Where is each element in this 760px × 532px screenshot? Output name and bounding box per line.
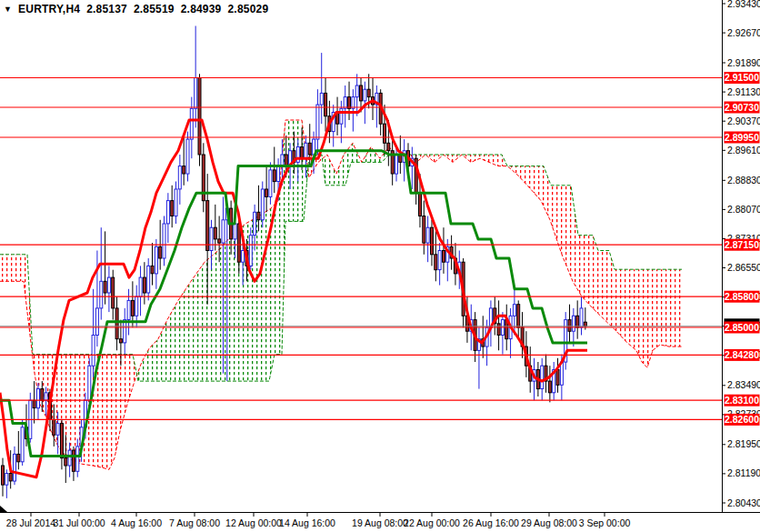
level-label: 2.84280 [725, 349, 759, 360]
level-label: 2.91500 [725, 72, 759, 83]
time-tick-label: 7 Aug 08:00 [169, 517, 220, 528]
quote-header: ▼ EURTRY,H4 2.85137 2.85519 2.84939 2.85… [4, 3, 268, 15]
price-tick-label: 2.92670 [727, 27, 760, 38]
level-label: 2.82600 [725, 414, 759, 425]
time-tick-label: 12 Aug 00:00 [225, 517, 282, 528]
price-tick-label: 2.93430 [727, 0, 760, 9]
quote-low: 2.84939 [181, 3, 222, 15]
price-tick-label: 2.80430 [727, 497, 760, 508]
price-chart: 2.934302.926702.918902.911302.903702.896… [0, 0, 760, 532]
time-tick-label: 14 Aug 16:00 [279, 517, 335, 528]
time-tick-label: 26 Aug 16:00 [463, 517, 519, 528]
time-tick-label: 28 Jul 2014 [6, 517, 55, 528]
level-label: 2.83100 [725, 395, 759, 406]
time-tick-label: 4 Aug 16:00 [111, 517, 162, 528]
price-tick-label: 2.88830 [727, 175, 760, 186]
price-tick-label: 2.90370 [727, 115, 760, 126]
price-tick-label: 2.86550 [727, 262, 760, 273]
quote-close: 2.85029 [228, 3, 269, 15]
level-label: 2.90730 [725, 102, 759, 113]
level-label: 2.89950 [725, 132, 759, 143]
time-tick-label: 31 Jul 00:00 [53, 517, 105, 528]
price-tick-label: 2.91890 [727, 57, 760, 68]
time-tick-label: 3 Sep 00:00 [579, 517, 631, 528]
symbol-dropdown-icon[interactable]: ▼ [4, 5, 12, 14]
chart-plot-area[interactable] [0, 0, 722, 512]
quote-high: 2.85519 [134, 3, 175, 15]
time-tick-label: 29 Aug 08:00 [521, 517, 577, 528]
level-label: 2.87150 [725, 239, 759, 250]
price-tick-label: 2.89610 [727, 145, 760, 156]
time-tick-label: 22 Aug 00:00 [404, 517, 460, 528]
chart-window: ▼ EURTRY,H4 2.85137 2.85519 2.84939 2.85… [0, 0, 760, 532]
price-tick-label: 2.91130 [727, 86, 760, 97]
symbol-timeframe-label: EURTRY,H4 [18, 3, 80, 15]
level-label: 2.85800 [725, 291, 759, 302]
level-label: 2.85000 [725, 322, 759, 333]
quote-open: 2.85137 [86, 3, 127, 15]
time-tick-label: 19 Aug 08:00 [352, 517, 408, 528]
price-tick-label: 2.81190 [727, 467, 760, 478]
price-tick-label: 2.83490 [727, 379, 760, 390]
price-tick-label: 2.81950 [727, 438, 760, 449]
price-tick-label: 2.88070 [727, 204, 760, 215]
